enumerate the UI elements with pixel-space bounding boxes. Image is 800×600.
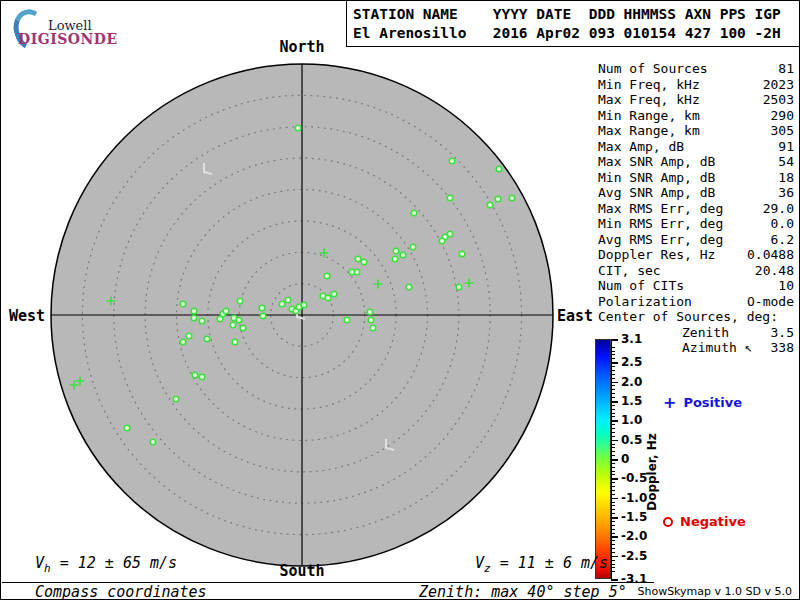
software-version: ShowSkymap v 1.0 SD v 5.0: [637, 585, 792, 598]
compass-label-north: North: [279, 38, 324, 56]
source-marker-circle: [279, 301, 285, 307]
source-marker-circle: [361, 259, 367, 265]
stats-row: Max Freq, kHz2503: [598, 92, 794, 108]
source-marker-circle: [368, 317, 374, 323]
source-marker-circle: [410, 244, 416, 250]
colorbar-tick-label: -0.5: [621, 471, 647, 485]
stats-row: Max Amp, dB91: [598, 139, 794, 155]
source-marker-circle: [217, 316, 223, 322]
station-header-values: El Arenosillo 2016 Apr02 093 010154 427 …: [353, 24, 781, 43]
colorbar-tick-label: 0: [621, 452, 629, 466]
plus-marker-icon: +: [663, 396, 676, 409]
source-marker-circle: [236, 317, 242, 323]
source-marker-circle: [186, 333, 192, 339]
stats-row: Avg RMS Err, deg6.2: [598, 232, 794, 248]
stats-row: Num of CITs10: [598, 278, 794, 294]
source-marker-circle: [325, 295, 331, 301]
source-marker-circle: [400, 252, 406, 258]
stats-row: CIT, sec20.48: [598, 263, 794, 279]
source-marker-circle: [495, 196, 501, 202]
stats-row: Avg SNR Amp, dB36: [598, 185, 794, 201]
source-marker-circle: [393, 248, 399, 254]
compass-label-west: West: [9, 307, 45, 325]
source-marker-circle: [259, 305, 265, 311]
source-marker-circle: [285, 297, 291, 303]
source-marker-circle: [191, 315, 197, 321]
source-marker-circle: [487, 202, 493, 208]
stats-row: PolarizationO-mode: [598, 294, 794, 310]
source-marker-circle: [456, 284, 462, 290]
source-marker-circle: [295, 125, 301, 131]
stats-row: Min Freq, kHz2023: [598, 77, 794, 93]
colorbar-title: Doppler, Hz: [645, 433, 659, 511]
source-marker-circle: [406, 284, 412, 290]
source-marker-circle: [260, 313, 266, 319]
stats-row: Min RMS Err, deg0.0: [598, 216, 794, 232]
colorbar-tick-label: 2.5: [621, 355, 642, 369]
source-marker-circle: [199, 318, 205, 324]
source-marker-circle: [180, 339, 186, 345]
doppler-colorbar: [595, 339, 611, 579]
colorbar-tick-label: 2.0: [621, 375, 642, 389]
stats-row: Max Range, km305: [598, 123, 794, 139]
circle-marker-icon: [663, 517, 673, 527]
colorbar-tick-label: -1.0: [621, 491, 647, 505]
source-marker-circle: [192, 372, 198, 378]
stats-row: Min SNR Amp, dB18: [598, 170, 794, 186]
stats-row: Max RMS Err, deg29.0: [598, 201, 794, 217]
source-marker-circle: [173, 396, 179, 402]
colorbar-tick-label: -1.5: [621, 510, 647, 524]
header-divider-vertical: [346, 1, 347, 46]
source-marker-circle: [324, 273, 330, 279]
source-marker-circle: [509, 195, 515, 201]
source-marker-circle: [230, 322, 236, 328]
compass-label-east: East: [557, 307, 593, 325]
stats-row: Min Range, km290: [598, 108, 794, 124]
header-divider-horizontal: [346, 46, 800, 47]
colorbar-tick-label: 0.5: [621, 433, 642, 447]
source-marker-circle: [496, 166, 502, 172]
compass-label-south: South: [279, 562, 324, 580]
source-marker-circle: [392, 256, 398, 262]
legend-negative: Negative: [663, 514, 746, 529]
source-marker-circle: [180, 301, 186, 307]
source-marker-circle: [439, 238, 445, 244]
vertical-velocity-readout: Vz = 11 ± 6 m/s: [475, 554, 608, 575]
source-marker-circle: [411, 210, 417, 216]
legend-negative-label: Negative: [680, 514, 746, 529]
measurement-stats-panel: Num of Sources81Min Freq, kHz2023Max Fre…: [598, 61, 794, 356]
source-marker-circle: [204, 336, 210, 342]
source-marker-circle: [344, 317, 350, 323]
showskymap-window: Lowell DIGISONDE STATION NAME YYYY DATE …: [0, 0, 800, 600]
source-marker-circle: [124, 425, 130, 431]
coordinates-note: Compass coordinates: [35, 583, 207, 600]
source-marker-circle: [354, 269, 360, 275]
logo-digisonde-text: DIGISONDE: [18, 31, 118, 47]
station-header-columns: STATION NAME YYYY DATE DDD HHMMSS AXN PP…: [353, 5, 781, 24]
source-marker-circle: [370, 325, 376, 331]
source-marker-circle: [150, 439, 156, 445]
source-marker-circle: [459, 251, 465, 257]
source-marker-circle: [355, 256, 361, 262]
stats-row: Num of Sources81: [598, 61, 794, 77]
stats-row: Center of Sources, deg:: [598, 309, 794, 325]
stats-row: Max SNR Amp, dB54: [598, 154, 794, 170]
source-marker-circle: [232, 339, 238, 345]
stats-row: Doppler Res, Hz0.0488: [598, 247, 794, 263]
legend-positive-label: Positive: [683, 395, 742, 410]
source-marker-circle: [447, 195, 453, 201]
zenith-scale-note: Zenith: max 40° step 5°: [419, 583, 627, 600]
colorbar-tick-label: 1.0: [621, 413, 642, 427]
source-marker-circle: [199, 374, 205, 380]
source-marker-circle: [240, 325, 246, 331]
colorbar-tick-label: 3.1: [621, 332, 642, 346]
legend-positive: + Positive: [663, 395, 742, 410]
colorbar-tick-label: 1.5: [621, 394, 642, 408]
horizontal-velocity-readout: Vh = 12 ± 65 m/s: [35, 554, 177, 575]
source-marker-circle: [449, 158, 455, 164]
source-marker-circle: [191, 308, 197, 314]
source-marker-circle: [223, 308, 229, 314]
colorbar-tick-label: -2.0: [621, 529, 647, 543]
colorbar-tick-label: -2.5: [621, 549, 647, 563]
source-marker-circle: [367, 309, 373, 315]
